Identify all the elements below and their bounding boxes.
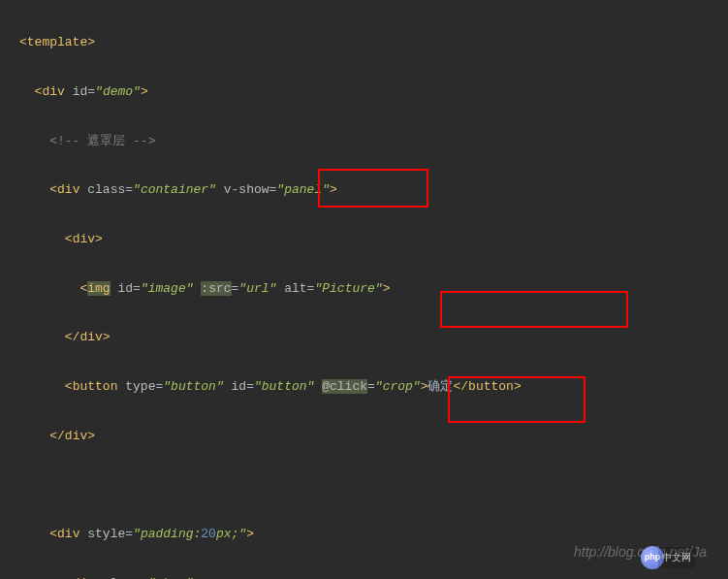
attr-id: id — [73, 84, 88, 99]
tag-div-container: div — [57, 182, 79, 197]
attr-alt: alt — [284, 281, 306, 296]
val-image: image — [148, 281, 186, 296]
attr-src: :src — [201, 281, 231, 296]
comment-mask: <!-- 遮罩层 --> — [49, 134, 155, 148]
attr-id: id — [232, 379, 247, 394]
val-button-id: button — [262, 379, 307, 394]
watermark-logo: php 中文网 — [641, 546, 695, 569]
tag-img: img — [87, 281, 110, 296]
val-panel: panel — [284, 182, 322, 197]
attr-click: @click — [322, 379, 367, 394]
attr-style: style — [87, 527, 125, 541]
tag-div-close: div — [79, 330, 102, 344]
tag-div-close: div — [65, 429, 87, 443]
text-confirm: 确定 — [427, 379, 453, 394]
val-padding: padding: — [141, 527, 201, 541]
tag-div: div — [73, 232, 95, 246]
val-crop: crop — [383, 379, 413, 394]
attr-vshow: v-show — [224, 182, 269, 197]
tag-div: div — [57, 527, 79, 541]
code-block: <template> <div id="demo"> <!-- 遮罩层 --> … — [0, 0, 728, 579]
tag-button-close: button — [468, 379, 514, 394]
attr-type: type — [125, 379, 155, 394]
tag-template-open: template — [27, 35, 87, 49]
watermark-side-text: 中文网 — [658, 547, 695, 568]
tag-div-demo: div — [42, 84, 64, 99]
val-picture: Picture — [322, 281, 375, 296]
val-url: url — [246, 281, 269, 296]
val-button-type: button — [171, 379, 216, 394]
val-20: 20 — [201, 527, 216, 541]
val-demo: demo — [103, 84, 133, 99]
tag-button: button — [73, 379, 118, 394]
val-container: container — [141, 182, 208, 197]
val-px: px; — [216, 527, 238, 541]
attr-id: id — [117, 281, 133, 296]
attr-class: class — [87, 182, 125, 197]
